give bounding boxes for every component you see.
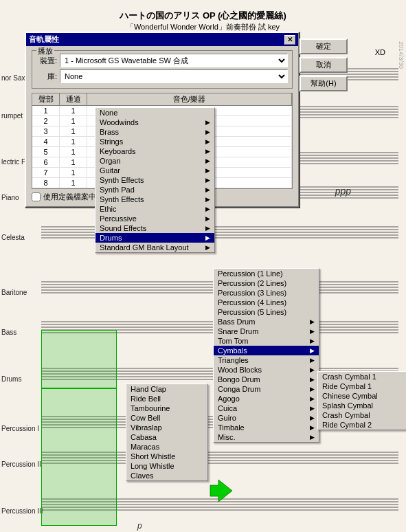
menu-item-ride-bell[interactable]: Ride Bell — [126, 394, 207, 403]
menu-item-perc5[interactable]: Percussion (5 Lines) — [214, 307, 319, 317]
menu-item-crash-cymbal1[interactable]: Crash Cymbal 1 — [318, 372, 406, 381]
sheet-subtitle: 「Wonderful Wonder World」前奏部份 試 key — [126, 22, 280, 32]
menu-item-gm-bank[interactable]: Standard GM Bank Layout▶ — [95, 243, 214, 252]
watermark: 2014/3/30 — [398, 41, 405, 69]
highlight-region-1 — [41, 330, 117, 388]
menu-item-wood-blocks[interactable]: Wood Blocks▶ — [214, 365, 319, 375]
menu-item-conga-drum[interactable]: Conga Drum▶ — [214, 384, 319, 394]
menu-item-keyboards[interactable]: Keyboards▶ — [95, 146, 214, 156]
menu-item-drums[interactable]: Drums▶ — [95, 233, 214, 243]
menu-item-misc[interactable]: Misc.▶ — [214, 432, 319, 442]
menu-item-cabasa[interactable]: Cabasa — [126, 432, 207, 442]
col-part: 聲部 — [32, 93, 60, 105]
menu-item-snare-drum[interactable]: Snare Drum▶ — [214, 326, 319, 336]
cymbals-submenu: Crash Cymbal 1 Ride Cymbal 1 Chinese Cym… — [317, 371, 406, 430]
menu-item-ride-cymbal2[interactable]: Ride Cymbal 2 — [318, 420, 406, 430]
menu-item-bongo-drum[interactable]: Bongo Drum▶ — [214, 375, 319, 384]
timbre-category-menu: None Woodwinds▶ Brass▶ Strings▶ Keyboard… — [95, 107, 215, 253]
menu-item-perc2[interactable]: Percussion (2 Lines) — [214, 278, 319, 288]
menu-item-organ[interactable]: Organ▶ — [95, 156, 214, 166]
track-label-electric: lectric F — [1, 158, 25, 166]
menu-item-chinese-cymbal[interactable]: Chinese Cymbal — [318, 391, 406, 401]
dialog-titlebar: 音軌屬性 ✕ — [26, 33, 298, 46]
menu-item-synth-effects[interactable]: Synth Effects▶ — [95, 175, 214, 185]
playback-section: 播放 裝置: 1 - Microsoft GS Wavetable SW 合成 … — [32, 50, 293, 89]
dynamics-p: p — [137, 521, 142, 531]
table-header: 聲部 通道 音色/樂器 — [32, 93, 292, 106]
menu-item-cow-bell[interactable]: Cow Bell — [126, 413, 207, 423]
menu-item-claves[interactable]: Claves — [126, 471, 207, 480]
dialog-title: 音軌屬性 — [29, 34, 59, 45]
menu-item-agogo[interactable]: Agogo▶ — [214, 394, 319, 403]
menu-item-synth-pad[interactable]: Synth Pad▶ — [95, 185, 214, 195]
menu-item-triangles[interactable]: Triangles▶ — [214, 355, 319, 365]
track-label-bass: Bass — [1, 329, 16, 336]
menu-item-vibraslap[interactable]: Vibraslap — [126, 423, 207, 432]
close-button[interactable]: ✕ — [284, 35, 295, 45]
device-label: 裝置: — [36, 56, 57, 66]
menu-item-ride-cymbal1[interactable]: Ride Cymbal 1 — [318, 381, 406, 391]
ok-button[interactable]: 確定 — [300, 38, 348, 54]
bank-select[interactable]: None — [60, 69, 288, 83]
menu-item-maracas[interactable]: Maracas — [126, 442, 207, 452]
menu-item-none[interactable]: None — [95, 108, 214, 118]
menu-item-short-whistle[interactable]: Short Whistle — [126, 452, 207, 461]
xd-label: XD — [375, 48, 385, 56]
menu-item-bass-drum[interactable]: Bass Drum▶ — [214, 317, 319, 326]
track-label-baritone: Baritone — [1, 289, 27, 296]
sheet-title: ハートの国のアリス OP (心之國的愛麗絲) — [120, 10, 286, 22]
bank-row: 庫: None — [36, 69, 288, 83]
col-timbre: 音色/樂器 — [87, 93, 292, 105]
menu-item-cuica[interactable]: Cuica▶ — [214, 403, 319, 413]
menu-item-tambourine[interactable]: Tambourine — [126, 403, 207, 413]
misc-submenu: Hand Clap Ride Bell Tambourine Cow Bell … — [126, 384, 208, 481]
menu-item-crash-cymbal[interactable]: Crash Cymbal — [318, 410, 406, 420]
menu-item-splash-cymbal[interactable]: Splash Cymbal — [318, 401, 406, 410]
track-label-celesta: Celesta — [1, 234, 25, 241]
cancel-button[interactable]: 取消 — [300, 57, 348, 73]
menu-item-woodwinds[interactable]: Woodwinds▶ — [95, 118, 214, 127]
menu-item-perc4[interactable]: Percussion (4 Lines) — [214, 298, 319, 307]
menu-item-strings[interactable]: Strings▶ — [95, 137, 214, 146]
track-label-trumpet: rumpet : — [1, 112, 27, 120]
menu-item-synth-effects-2[interactable]: Synth Effects▶ — [95, 195, 214, 204]
menu-item-perc1[interactable]: Percussion (1 Line) — [214, 269, 319, 278]
menu-item-hand-clap[interactable]: Hand Clap — [126, 384, 207, 394]
menu-item-tom-tom[interactable]: Tom Tom▶ — [214, 336, 319, 346]
highlight-region-2 — [41, 388, 117, 526]
menu-item-perc3[interactable]: Percussion (3 Lines) — [214, 288, 319, 298]
track-label-percussion1: Percussion I — [1, 425, 39, 432]
svg-marker-55 — [210, 480, 232, 502]
menu-item-sound-effects[interactable]: Sound Effects▶ — [95, 223, 214, 233]
drums-submenu: Percussion (1 Line) Percussion (2 Lines)… — [213, 268, 319, 443]
track-label-percussion2: Percussion II — [1, 461, 41, 468]
col-channel: 通道 — [60, 93, 87, 105]
menu-item-cymbals[interactable]: Cymbals▶ — [214, 346, 319, 355]
device-row: 裝置: 1 - Microsoft GS Wavetable SW 合成 — [36, 54, 288, 67]
track-label-piano: Piano — [1, 194, 19, 201]
menu-item-brass[interactable]: Brass▶ — [95, 127, 214, 137]
dynamics-ppp: ppp — [335, 186, 351, 197]
playback-label: 播放 — [36, 46, 54, 56]
menu-item-percussive[interactable]: Percussive▶ — [95, 214, 214, 223]
track-label-drums: Drums — [1, 375, 21, 383]
track-label-percussion3: Percussion III — [1, 507, 43, 515]
device-select[interactable]: 1 - Microsoft GS Wavetable SW 合成 — [60, 54, 288, 67]
menu-item-timbale[interactable]: Timbale▶ — [214, 423, 319, 432]
checkbox-label: 使用定義檔案中 — [43, 192, 96, 202]
custom-file-checkbox[interactable] — [32, 192, 41, 201]
menu-item-long-whistle[interactable]: Long Whistle — [126, 461, 207, 471]
bank-label: 庫: — [36, 71, 57, 82]
menu-item-guitar[interactable]: Guitar▶ — [95, 166, 214, 175]
dialog-buttons: 確定 取消 幫助(H) — [300, 38, 348, 91]
help-button[interactable]: 幫助(H) — [300, 76, 348, 91]
menu-item-ethnic[interactable]: Ethic▶ — [95, 204, 214, 214]
arrow-indicator — [207, 477, 235, 505]
menu-item-guiro[interactable]: Guiro▶ — [214, 413, 319, 423]
